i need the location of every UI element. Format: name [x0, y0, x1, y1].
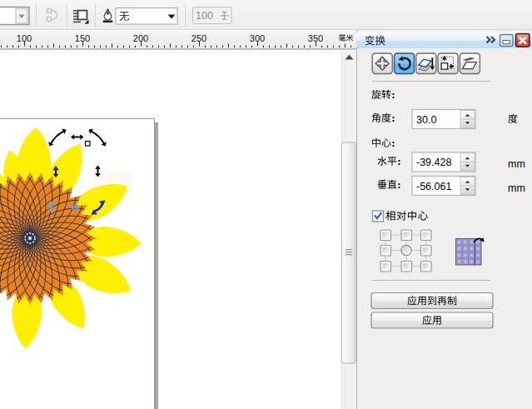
svg-text:-56.061: -56.061	[416, 181, 451, 192]
svg-text:mm: mm	[508, 158, 525, 170]
svg-text:300: 300	[250, 33, 265, 43]
svg-text:350: 350	[308, 33, 323, 43]
svg-text:100: 100	[17, 33, 32, 43]
svg-text:mm: mm	[508, 182, 525, 194]
svg-text:30.0: 30.0	[416, 114, 436, 126]
svg-text:100: 100	[196, 10, 213, 22]
svg-text:250: 250	[191, 33, 206, 43]
svg-text:200: 200	[133, 33, 148, 43]
svg-text:-39.428: -39.428	[416, 157, 451, 168]
svg-text:150: 150	[75, 33, 90, 43]
